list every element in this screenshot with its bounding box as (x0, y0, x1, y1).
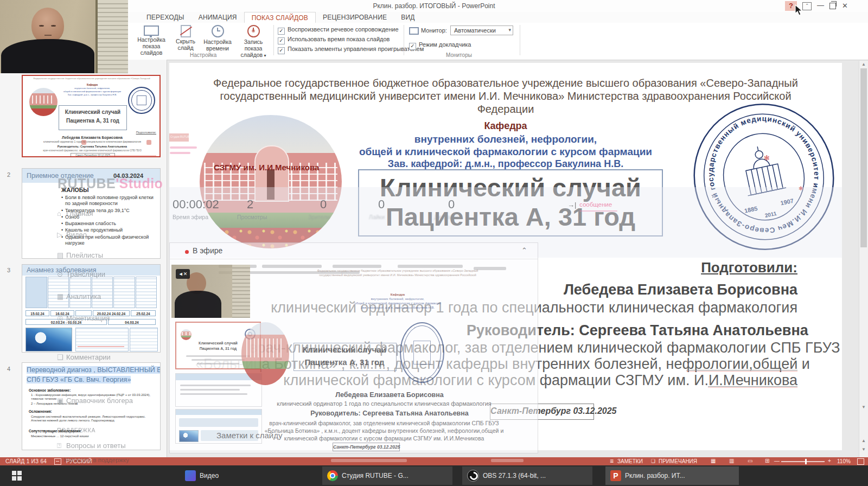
checkbox-play-narration[interactable]: ✓Воспроизвести речевое сопровождение (278, 26, 399, 35)
scroll-down-icon[interactable]: ▼ (861, 405, 866, 410)
restore-button[interactable] (829, 3, 836, 9)
view-slideshow-icon[interactable]: ⊞ (765, 458, 769, 464)
menu-item-write-support[interactable]: Написать в поддержку (64, 457, 129, 463)
menu-item-playlists[interactable]: ▤Плейлисты (57, 251, 103, 259)
rehearse-timings-label2: времени (206, 45, 229, 52)
muted-speaker-icon: ◄✕ (176, 269, 190, 279)
prev-slide-icon[interactable]: ▲ (861, 438, 866, 443)
thumb3-table-cell (113, 277, 135, 308)
tab-review[interactable]: РЕЦЕНЗИРОВАНИЕ (316, 12, 394, 23)
record-slideshow-button[interactable]: Запись показа слайдов ▾ (235, 24, 271, 58)
slide-number-3: 3 (7, 267, 10, 273)
tab-slideshow[interactable]: ПОКАЗ СЛАЙДОВ (244, 12, 316, 23)
thumb1-city: Санкт-Петербург 03.12.2025 (71, 154, 114, 157)
minimize-button[interactable]: — (817, 1, 824, 9)
menu-item-home[interactable]: ⌂Главная (57, 209, 93, 218)
stream-views: 2 (247, 197, 253, 212)
thumb4-b4: Множественные ... 12-перстной кишки (31, 434, 89, 438)
fit-to-window-icon[interactable] (857, 458, 864, 465)
status-notes-button[interactable]: ЗАМЕТКИ (617, 458, 643, 465)
close-button[interactable]: ✕ (842, 2, 848, 10)
powerpoint-icon: P (610, 470, 621, 481)
ghost-slide-lead: Руководитель: Сергеева Татьяна Анатольев… (257, 410, 522, 417)
decor-bar (262, 265, 322, 268)
spellcheck-icon[interactable] (54, 458, 61, 465)
checkbox-presenter-mode[interactable]: ✓Режим докладчика (409, 41, 471, 50)
ghost-wave-image (179, 430, 199, 442)
slide-thumbnail-4[interactable]: Переводной диагноз , ВЫСТАВЛЕННЫЙ В СПб … (22, 362, 161, 450)
stream-likes: 0 (378, 197, 385, 212)
tab-animation[interactable]: АНИМАЦИЯ (192, 12, 244, 23)
scrollbar-thumb[interactable] (860, 68, 867, 247)
tab-transitions[interactable]: ПЕРЕХОДЫ (139, 12, 192, 23)
menu-item-comments[interactable]: ❑Комментарии (57, 353, 111, 361)
menu-item-monetization[interactable]: ◎Монетизация (57, 314, 110, 322)
menu-item-faq[interactable]: ⍰Вопросы и ответы (57, 442, 125, 450)
ghost-link-bar (170, 146, 197, 149)
ghost-studio-tab: Студия RUTUBE (169, 133, 189, 142)
zoom-slider-thumb[interactable] (805, 459, 807, 464)
live-label: В эфире (193, 246, 222, 255)
view-normal-icon[interactable]: ▦ (711, 458, 716, 464)
thumb1-prepared: Подготовили: (99, 131, 156, 135)
hide-slide-icon (181, 25, 191, 37)
tab-view[interactable]: ВИД (394, 12, 422, 23)
view-reading-icon[interactable]: ▭ (748, 458, 752, 464)
thumb3-date: 04.03.24 (108, 319, 156, 325)
zoom-slider-track[interactable] (781, 461, 825, 462)
ghost-slide-lead-sub2: «Больница Боткина» , к.м.н., доцент кафе… (246, 427, 522, 434)
taskbar-item-powerpoint[interactable]: P Рклин. разбор. ИТ... (605, 466, 739, 485)
taskbar-item-obs[interactable]: OBS 27.1.3 (64-bit, ... (462, 466, 592, 485)
checkbox-use-timings-label: Использовать время показа слайдов (288, 36, 390, 42)
checkbox-show-controls[interactable]: ✓Показать элементы управления проигрыват… (278, 46, 424, 54)
building-label: СЗГМУ им. И.И.Мечникова (214, 163, 319, 172)
thumb4-h1: Основное заболевание: (29, 388, 71, 393)
ghost-slide-title-box: Клинический случай Пациентка А, 31 год (293, 343, 397, 371)
hyperlink-underline (686, 370, 797, 370)
decor-bar (180, 389, 240, 391)
ghost-link-bar (170, 152, 190, 154)
thumb1-title-box: Клинический случай Пациентка А, 31 год (59, 105, 127, 130)
ghost-slide-title1: Клинический случай (294, 345, 395, 355)
slide-prepared[interactable]: Подготовили: (603, 259, 797, 276)
collapse-chevron-icon[interactable]: ⌃ (521, 246, 527, 254)
menu-item-broadcasts[interactable]: ⊙Трансляции (57, 270, 105, 278)
setup-slideshow-button[interactable]: Настройка показа слайдов (132, 24, 170, 56)
rehearse-timings-button[interactable]: Настройка времени (201, 24, 234, 52)
taskbar-item-label: Студия RUTUBE - G... (342, 472, 409, 479)
monitor-dropdown[interactable]: Автоматически▾ (450, 25, 513, 35)
ghost-slide-dept3: Зав. кафедрой: д.м.н., профессор Бакулин… (308, 306, 487, 309)
next-slide-icon[interactable]: ▼ (861, 447, 866, 452)
video-icon: ▷ (57, 231, 66, 239)
scroll-up-icon[interactable]: ▲ (861, 62, 866, 67)
playlist-icon: ▤ (57, 251, 66, 259)
vertical-scrollbar[interactable]: ▲ ▼ ▲ ▼ (859, 61, 868, 457)
checkbox-use-timings[interactable]: ✓Использовать время показа слайдов (278, 36, 390, 44)
hide-slide-button[interactable]: Скрыть слайд (173, 24, 199, 51)
ghost-thumb-title2: Пациентка А, 31 год (186, 347, 250, 351)
decor-bar (180, 385, 251, 386)
thumb3-textbox (130, 328, 158, 351)
zoom-level[interactable]: 110% (837, 458, 851, 465)
taskbar-item-video[interactable]: Видео (180, 466, 224, 485)
ghost-slide-city-box: Санкт-Петербург 03.12.2025 (333, 443, 400, 451)
decor-bar (333, 265, 381, 268)
view-sorter-icon[interactable]: ▥ (729, 458, 734, 464)
zoom-in-button[interactable]: + (828, 458, 831, 464)
status-comments-button[interactable]: ПРИМЕЧАНИЯ (659, 458, 697, 465)
thumb4-title-line2: СПб ГБУЗ «ГБ Св. Вмч. Георгия» (27, 376, 131, 384)
menu-item-video[interactable]: ▷Видео (57, 231, 87, 239)
thumb2-bullets: Боли в левой половине грудной клетки по … (61, 195, 158, 247)
slide-author: Лебедева Елизавета Борисовна (495, 282, 797, 299)
slide-federal-line1: Федеральное государственное бюджетное об… (180, 77, 831, 90)
menu-item-analytics[interactable]: ▦Аналитика (57, 292, 101, 300)
ghost-bar (491, 459, 524, 462)
guide-icon: ▣ (57, 397, 66, 405)
taskbar-item-rutube-chrome[interactable]: Студия RUTUBE - G... (322, 466, 452, 485)
zoom-out-button[interactable]: — (774, 458, 780, 464)
slide-thumbnail-1[interactable]: Федеральное государственное бюджетное об… (22, 75, 161, 157)
menu-item-blogger-guide[interactable]: ▣Справочник блогера (57, 397, 133, 405)
start-button[interactable] (12, 471, 22, 481)
stream-message-hint: сообщение (579, 201, 612, 209)
thumb3-date: 15.02.24 (25, 310, 49, 316)
